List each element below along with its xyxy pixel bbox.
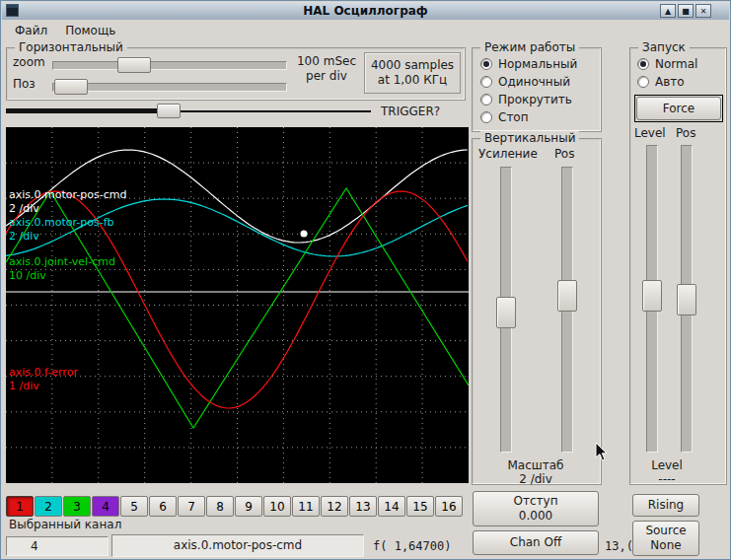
run-mode-option[interactable]: Нормальный xyxy=(480,55,577,73)
run-mode-option[interactable]: Прокрутить xyxy=(480,91,577,108)
vertical-pos-label: Pos xyxy=(554,147,574,161)
samples-line1: 4000 samples xyxy=(371,58,454,73)
channel-button-16[interactable]: 16 xyxy=(435,496,463,517)
horizontal-pos-slider-handle[interactable] xyxy=(54,79,88,95)
trace-scale-label: 2 /div xyxy=(9,230,39,243)
source-button[interactable]: Source None xyxy=(632,521,699,556)
run-mode-options: НормальныйОдиночныйПрокрутитьСтоп xyxy=(480,55,577,126)
trigger-level-slider-handle[interactable] xyxy=(642,280,662,312)
radio-label: Нормальный xyxy=(498,57,577,71)
menu-help[interactable]: Помощь xyxy=(58,22,122,39)
channel-button-9[interactable]: 9 xyxy=(235,496,262,517)
titlebar-buttons: ▲ ■ ✕ xyxy=(660,4,711,18)
trigger-level-label: Level xyxy=(634,126,666,140)
maximize-icon[interactable]: ■ xyxy=(678,4,694,18)
trace-scale-label: 1 /div xyxy=(9,380,39,392)
radio-label: Normal xyxy=(655,57,697,71)
titlebar[interactable]: HAL Осциллограф ▲ ■ ✕ xyxy=(2,2,729,20)
trigger-mode-options: NormalАвто xyxy=(637,55,697,91)
offset-button[interactable]: Отступ 0.000 xyxy=(473,491,599,526)
zoom-slider-trough[interactable] xyxy=(52,61,287,70)
force-button[interactable]: Force xyxy=(636,97,721,120)
selected-channel-source[interactable]: axis.0.motor-pos-cmd xyxy=(111,534,364,557)
sample-rate-line2: per div xyxy=(291,69,362,83)
radio-label: Прокрутить xyxy=(498,93,572,106)
radio-unselected-icon xyxy=(637,76,649,88)
trigger-position-handle[interactable] xyxy=(157,104,181,118)
vertical-pos-slider-handle[interactable] xyxy=(557,280,577,312)
rising-button[interactable]: Rising xyxy=(632,494,699,517)
vertical-frame-label: Вертикальный xyxy=(480,131,579,145)
radio-unselected-icon xyxy=(480,94,492,105)
channel-button-13[interactable]: 13 xyxy=(349,496,377,517)
menu-file[interactable]: Файл xyxy=(8,22,54,39)
horizontal-pos-label: Поз xyxy=(13,77,36,91)
channel-button-2[interactable]: 2 xyxy=(35,496,62,517)
channel-button-11[interactable]: 11 xyxy=(292,496,320,517)
trigger-frame-label: Запуск xyxy=(638,40,690,54)
trigger-mode-option[interactable]: Авто xyxy=(637,73,697,91)
radio-selected-icon xyxy=(637,58,649,70)
channel-button-10[interactable]: 10 xyxy=(263,496,291,517)
channel-button-12[interactable]: 12 xyxy=(321,496,348,517)
trigger-level-readout-value: ---- xyxy=(629,472,704,486)
selected-channel-label: Выбранный канал xyxy=(9,518,121,531)
trace-name-label: axis.0.motor-pos-cmd xyxy=(9,188,126,201)
gain-slider-handle[interactable] xyxy=(496,297,516,328)
samples-box: 4000 samples at 1,00 КГц xyxy=(364,52,461,94)
run-mode-option[interactable]: Стоп xyxy=(480,108,577,126)
samples-line2: at 1,00 КГц xyxy=(378,73,447,88)
close-icon[interactable]: ✕ xyxy=(695,4,711,18)
vertical-frame: Вертикальный xyxy=(472,138,602,485)
run-mode-option[interactable]: Одиночный xyxy=(480,73,577,91)
radio-selected-icon xyxy=(480,58,492,70)
channel-button-6[interactable]: 6 xyxy=(149,496,177,517)
channel-button-8[interactable]: 8 xyxy=(206,496,234,517)
channel-button-5[interactable]: 5 xyxy=(120,496,148,517)
source-button-value: None xyxy=(650,538,681,553)
sample-rate-line1: 100 mSec xyxy=(291,54,362,68)
menubar: Файл Помощь xyxy=(2,20,729,41)
trigger-pos-label: Pos xyxy=(676,126,695,140)
channel-button-4[interactable]: 4 xyxy=(92,496,119,517)
window-title: HAL Осциллограф xyxy=(2,4,729,18)
radio-label: Авто xyxy=(655,75,685,89)
horizontal-frame-label: Горизонтальный xyxy=(15,40,127,54)
clipped-value-readout: 13,( xyxy=(605,539,633,553)
shade-icon[interactable]: ▲ xyxy=(660,4,676,18)
trace-name-label: axis.0.f-error xyxy=(9,366,78,379)
run-mode-frame-label: Режим работы xyxy=(480,40,579,54)
trace-name-label: axis.0.joint-vel-cmd xyxy=(9,255,115,268)
trigger-point-marker xyxy=(301,231,308,238)
channel-button-3[interactable]: 3 xyxy=(63,496,91,517)
trigger-pos-slider-handle[interactable] xyxy=(677,284,696,315)
scope-canvas: axis.0.motor-pos-cmd2 /divaxis.0.motor-p… xyxy=(6,127,469,483)
scope-screen[interactable]: axis.0.motor-pos-cmd2 /divaxis.0.motor-p… xyxy=(6,127,469,483)
window-icon xyxy=(6,4,19,17)
channel-button-1[interactable]: 1 xyxy=(6,496,34,517)
radio-unselected-icon xyxy=(480,76,492,88)
gain-label: Усиление xyxy=(478,147,538,161)
channel-value-readout: f( 1,64700) xyxy=(373,539,451,553)
selected-channel-number: 4 xyxy=(6,536,109,556)
trigger-status-label: TRIGGER? xyxy=(381,105,440,118)
offset-button-caption: Отступ xyxy=(514,494,558,509)
chan-off-button[interactable]: Chan Off xyxy=(473,530,599,555)
scale-value: 2 /div xyxy=(473,472,599,486)
radio-label: Одиночный xyxy=(498,75,570,89)
channel-button-15[interactable]: 15 xyxy=(406,496,434,517)
mouse-cursor xyxy=(595,442,609,461)
trigger-mode-option[interactable]: Normal xyxy=(637,55,697,73)
app-window: HAL Осциллограф ▲ ■ ✕ Файл Помощь Горизо… xyxy=(0,0,731,560)
trace-scale-label: 2 /div xyxy=(9,202,39,215)
channel-buttons-row: 12345678910111213141516 xyxy=(6,496,463,517)
zoom-slider-handle[interactable] xyxy=(117,57,151,73)
scale-caption: Масштаб xyxy=(473,458,599,472)
radio-unselected-icon xyxy=(480,111,492,123)
channel-button-7[interactable]: 7 xyxy=(178,496,205,517)
trigger-level-readout-caption: Level xyxy=(629,458,704,472)
channel-button-14[interactable]: 14 xyxy=(378,496,405,517)
source-button-caption: Source xyxy=(645,524,686,538)
trace-name-label: axis.0.motor-pos-fb xyxy=(9,216,114,229)
radio-label: Стоп xyxy=(498,110,529,124)
